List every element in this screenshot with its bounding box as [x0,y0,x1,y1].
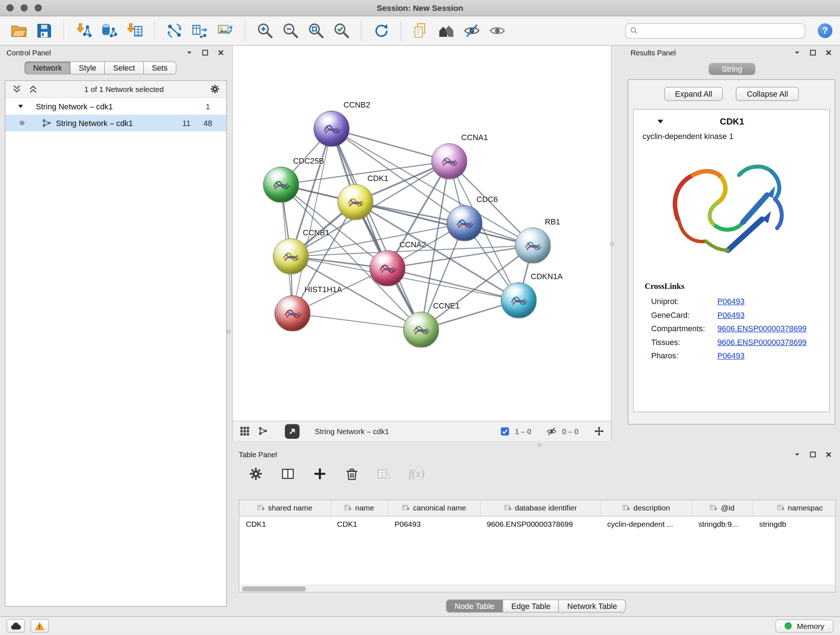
network-row[interactable]: String Network – cdk1 11 48 [5,115,226,132]
search-box[interactable] [625,23,805,38]
column-header[interactable]: @id [692,500,753,516]
network-node-cdc6[interactable] [447,205,483,241]
network-node-hist1h1a[interactable] [275,295,310,331]
cloud-status-button[interactable] [6,619,25,633]
collapse-panel-button[interactable] [793,451,801,458]
zoom-fit-button[interactable] [305,20,327,42]
collapse-all-button[interactable]: Collapse All [736,87,799,101]
export-image-button[interactable] [215,20,236,42]
tab-network-table[interactable]: Network Table [559,600,625,613]
network-tools-button[interactable] [258,426,269,437]
table-cell[interactable]: stringdb:9... [692,516,753,532]
network-node-ccna2[interactable] [370,250,406,287]
float-panel-button[interactable] [202,49,209,57]
tree-expand-triangle-icon[interactable] [17,103,24,109]
grid-view-button[interactable] [240,426,250,437]
genecard-link[interactable]: P06493 [717,310,745,319]
clear-table-button[interactable] [377,467,392,481]
zoom-selected-button[interactable] [331,20,352,42]
network-node-ccnb1[interactable] [273,239,309,274]
float-panel-button[interactable] [809,451,817,458]
horizontal-splitter-handle[interactable] [538,443,542,447]
search-input[interactable] [641,26,801,35]
show-all-button[interactable] [486,20,508,42]
uniprot-link[interactable]: P06493 [717,297,745,306]
new-network-button[interactable] [164,20,185,42]
collapse-all-networks-button[interactable] [12,84,22,94]
table-cell[interactable]: CDK1 [240,516,331,532]
table-row[interactable]: CDK1 CDK1 P06493 9606.ENSP00000378699 cy… [240,516,836,532]
network-collection-row[interactable]: String Network – cdk1 1 [5,98,226,115]
create-column-button[interactable] [313,467,327,481]
tab-string[interactable]: String [709,63,755,75]
network-node-cdk1[interactable] [338,184,373,220]
tab-edge-table[interactable]: Edge Table [502,600,559,613]
function-builder-button[interactable]: f(x) [409,467,425,481]
expand-all-button[interactable]: Expand All [664,87,723,101]
network-canvas[interactable]: CCNB2CCNA1CDC25BCDK1CDC6RB1CCNB1CCNA2CDK… [233,46,611,421]
collapse-panel-button[interactable] [186,49,193,57]
help-button[interactable]: ? [818,24,833,38]
import-network-from-file-button[interactable] [73,20,95,42]
copy-button[interactable] [410,20,431,42]
network-panel-options-button[interactable] [210,84,219,94]
column-header[interactable]: description [601,500,692,516]
vertical-splitter-handle[interactable] [227,330,231,334]
column-header[interactable]: namespac [753,500,836,516]
scrollbar-thumb[interactable] [242,586,306,592]
open-session-button[interactable] [8,20,29,42]
table-settings-button[interactable] [248,467,264,481]
table-cell[interactable]: CDK1 [331,516,388,532]
import-table-from-file-button[interactable] [124,20,145,42]
tab-select[interactable]: Select [104,62,144,74]
pan-mode-button[interactable] [594,426,605,437]
network-node-cdc25b[interactable] [264,167,299,203]
network-node-cdkn1a[interactable] [501,282,537,318]
tab-sets[interactable]: Sets [143,62,177,74]
new-network-from-table-button[interactable] [189,20,210,42]
memory-button[interactable]: Memory [775,619,834,632]
warnings-button[interactable] [30,619,49,633]
vertical-splitter-handle[interactable] [610,242,614,246]
import-network-from-database-button[interactable] [98,20,120,42]
table-cell[interactable]: P06493 [388,516,480,532]
network-edge[interactable] [332,129,422,330]
zoom-out-button[interactable] [279,20,302,42]
column-header[interactable]: shared name [240,500,331,516]
network-node-rb1[interactable] [515,228,551,264]
network-overview-button[interactable] [435,20,457,42]
show-columns-button[interactable] [281,467,295,481]
column-header[interactable]: canonical name [388,500,480,516]
network-node-ccna1[interactable] [431,143,467,179]
close-panel-button[interactable] [825,451,832,458]
zoom-in-button[interactable] [254,20,276,42]
column-header[interactable]: name [331,500,388,516]
expand-all-networks-button[interactable] [28,84,38,94]
network-edge[interactable] [293,314,422,330]
open-in-new-window-button[interactable] [285,424,300,439]
collapse-panel-button[interactable] [793,49,801,57]
table-cell[interactable]: cyclin-dependent ... [601,516,692,532]
tab-node-table[interactable]: Node Table [446,600,503,613]
table-cell[interactable]: 9606.ENSP00000378699 [480,516,601,532]
delete-column-button[interactable] [345,467,360,481]
tab-network[interactable]: Network [25,62,71,74]
pharos-link[interactable]: P06493 [717,351,745,360]
close-window-button[interactable] [6,4,14,11]
minimize-window-button[interactable] [21,4,28,11]
network-node-ccne1[interactable] [403,312,439,348]
horizontal-scrollbar[interactable] [240,585,835,592]
table-cell[interactable]: stringdb [753,516,836,532]
tab-style[interactable]: Style [70,62,105,74]
zoom-window-button[interactable] [35,4,42,11]
float-panel-button[interactable] [809,49,817,57]
hide-selected-button[interactable] [461,20,483,42]
network-node-ccnb2[interactable] [314,111,349,147]
apply-layout-button[interactable] [370,20,392,42]
close-panel-button[interactable] [825,49,832,57]
save-session-button[interactable] [33,20,55,42]
compartments-link[interactable]: 9606.ENSP00000378699 [717,324,807,333]
section-collapse-triangle-icon[interactable] [657,118,664,125]
close-panel-button[interactable] [217,49,225,57]
column-header[interactable]: database identifier [480,500,601,516]
